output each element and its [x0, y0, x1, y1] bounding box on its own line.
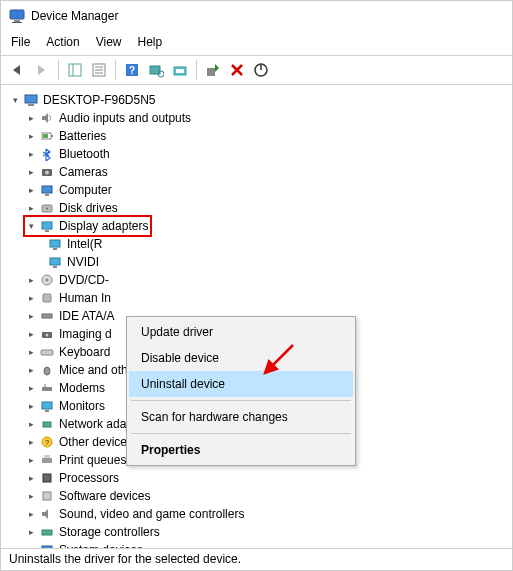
svg-rect-51	[43, 492, 51, 500]
category-label: Audio inputs and outputs	[59, 109, 191, 127]
chevron-right-icon[interactable]: ▸	[25, 307, 37, 325]
monitor-icon	[39, 218, 55, 234]
monitor-icon	[47, 254, 63, 270]
chevron-right-icon[interactable]: ▸	[25, 469, 37, 487]
svg-rect-2	[12, 22, 22, 23]
category-audio[interactable]: ▸ Audio inputs and outputs	[9, 109, 508, 127]
category-label: Print queues	[59, 451, 126, 469]
svg-rect-45	[43, 422, 51, 427]
chevron-right-icon[interactable]: ▸	[25, 397, 37, 415]
device-intel[interactable]: Intel(R	[9, 235, 508, 253]
menu-separator	[131, 400, 351, 401]
chevron-down-icon[interactable]: ▾	[9, 91, 21, 109]
chevron-right-icon[interactable]: ▸	[25, 451, 37, 469]
menu-update-driver[interactable]: Update driver	[129, 319, 353, 345]
menu-file[interactable]: File	[11, 35, 30, 49]
uninstall-device-button[interactable]	[226, 59, 248, 81]
properties-button[interactable]	[88, 59, 110, 81]
chevron-right-icon[interactable]: ▸	[25, 289, 37, 307]
root-label: DESKTOP-F96D5N5	[43, 91, 155, 109]
svg-point-39	[46, 334, 49, 337]
menu-properties[interactable]: Properties	[129, 437, 353, 463]
speaker-icon	[39, 110, 55, 126]
forward-button[interactable]	[31, 59, 53, 81]
menu-view[interactable]: View	[96, 35, 122, 49]
chevron-down-icon[interactable]: ▾	[25, 217, 37, 235]
category-hid[interactable]: ▸ Human In	[9, 289, 508, 307]
device-label: NVIDI	[67, 253, 99, 271]
svg-rect-52	[42, 530, 52, 535]
svg-rect-24	[42, 186, 52, 193]
svg-text:?: ?	[45, 438, 50, 447]
svg-rect-33	[53, 266, 57, 268]
svg-text:?: ?	[129, 65, 135, 76]
category-software-devices[interactable]: ▸ Software devices	[9, 487, 508, 505]
camera-icon	[39, 164, 55, 180]
menu-disable-device[interactable]: Disable device	[129, 345, 353, 371]
category-label: Processors	[59, 469, 119, 487]
menu-scan-hardware[interactable]: Scan for hardware changes	[129, 404, 353, 430]
enable-device-button[interactable]	[202, 59, 224, 81]
chevron-right-icon[interactable]: ▸	[25, 181, 37, 199]
modem-icon	[39, 380, 55, 396]
category-dvd[interactable]: ▸ DVD/CD-	[9, 271, 508, 289]
category-display-adapters[interactable]: ▾ Display adapters	[9, 217, 508, 235]
svg-point-35	[46, 279, 49, 282]
device-label: Intel(R	[67, 235, 102, 253]
context-menu: Update driver Disable device Uninstall d…	[126, 316, 356, 466]
title-bar: Device Manager	[1, 1, 512, 31]
update-driver-button[interactable]	[169, 59, 191, 81]
chevron-right-icon[interactable]: ▸	[25, 127, 37, 145]
chevron-right-icon[interactable]: ▸	[25, 379, 37, 397]
device-tree[interactable]: ▾ DESKTOP-F96D5N5 ▸ Audio inputs and out…	[1, 85, 512, 565]
chevron-right-icon[interactable]: ▸	[25, 433, 37, 451]
chevron-right-icon[interactable]: ▸	[25, 163, 37, 181]
status-bar: Uninstalls the driver for the selected d…	[1, 548, 512, 570]
category-computer[interactable]: ▸ Computer	[9, 181, 508, 199]
chevron-right-icon[interactable]: ▸	[25, 487, 37, 505]
chevron-right-icon[interactable]: ▸	[25, 523, 37, 541]
back-button[interactable]	[7, 59, 29, 81]
menu-uninstall-device[interactable]: Uninstall device	[129, 371, 353, 397]
svg-rect-36	[43, 294, 51, 302]
chevron-right-icon[interactable]: ▸	[25, 109, 37, 127]
chevron-right-icon[interactable]: ▸	[25, 415, 37, 433]
svg-rect-0	[10, 10, 24, 19]
category-label: Sound, video and game controllers	[59, 505, 244, 523]
menu-bar: File Action View Help	[1, 31, 512, 55]
svg-rect-40	[41, 350, 53, 355]
scan-hardware-button[interactable]	[145, 59, 167, 81]
svg-rect-1	[14, 20, 20, 22]
category-processors[interactable]: ▸ Processors	[9, 469, 508, 487]
category-bluetooth[interactable]: ▸ Bluetooth	[9, 145, 508, 163]
chevron-right-icon[interactable]: ▸	[25, 343, 37, 361]
help-button[interactable]: ?	[121, 59, 143, 81]
category-label: Storage controllers	[59, 523, 160, 541]
device-nvidia[interactable]: NVIDI	[9, 253, 508, 271]
category-label: Display adapters	[59, 217, 148, 235]
menu-separator	[131, 433, 351, 434]
category-label: Computer	[59, 181, 112, 199]
chevron-right-icon[interactable]: ▸	[25, 325, 37, 343]
svg-point-41	[44, 367, 50, 375]
svg-rect-29	[45, 230, 49, 232]
chevron-right-icon[interactable]: ▸	[25, 145, 37, 163]
category-cameras[interactable]: ▸ Cameras	[9, 163, 508, 181]
hid-icon	[39, 290, 55, 306]
category-label: DVD/CD-	[59, 271, 109, 289]
category-label: Modems	[59, 379, 105, 397]
svg-rect-14	[176, 69, 184, 73]
category-storage[interactable]: ▸ Storage controllers	[9, 523, 508, 541]
menu-help[interactable]: Help	[138, 35, 163, 49]
svg-rect-32	[50, 258, 60, 265]
category-sound[interactable]: ▸ Sound, video and game controllers	[9, 505, 508, 523]
disable-device-button[interactable]	[250, 59, 272, 81]
menu-action[interactable]: Action	[46, 35, 79, 49]
show-hide-console-tree-button[interactable]	[64, 59, 86, 81]
mouse-icon	[39, 362, 55, 378]
category-batteries[interactable]: ▸ Batteries	[9, 127, 508, 145]
chevron-right-icon[interactable]: ▸	[25, 505, 37, 523]
chevron-right-icon[interactable]: ▸	[25, 361, 37, 379]
chevron-right-icon[interactable]: ▸	[25, 271, 37, 289]
root-node[interactable]: ▾ DESKTOP-F96D5N5	[9, 91, 508, 109]
